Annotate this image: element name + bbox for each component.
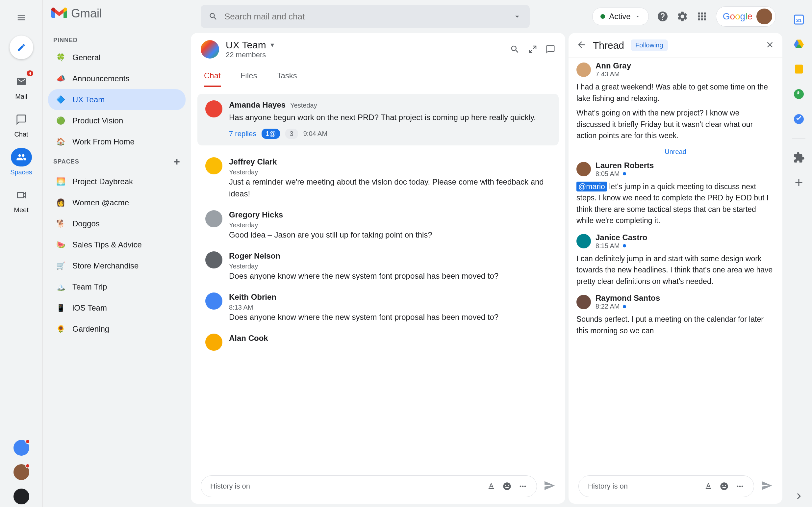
mention[interactable]: @mario [576, 182, 607, 191]
space-avatar [201, 40, 219, 59]
following-pill[interactable]: Following [631, 40, 668, 51]
circle-icon: 🟢 [55, 115, 66, 127]
account-button[interactable]: Google [716, 6, 776, 26]
collapse-icon[interactable] [528, 44, 538, 54]
gmail-logo[interactable]: Gmail [48, 7, 185, 20]
drive-icon[interactable] [793, 38, 805, 50]
sidebar-item-ios[interactable]: 📱iOS Team [48, 297, 185, 319]
space-title[interactable]: UX Team▼ [226, 40, 503, 51]
nav-meet-label: Meet [14, 206, 28, 214]
status-dot-icon [600, 14, 605, 19]
compose-input[interactable]: History is on [201, 475, 537, 497]
diamond-icon: 🔷 [55, 94, 66, 106]
menu-button[interactable] [13, 10, 29, 26]
thread-message[interactable]: Raymond Santos8:22 AM Sounds perfect. I … [576, 293, 774, 336]
calendar-icon[interactable]: 31 [793, 13, 805, 25]
sidebar-item-uxteam[interactable]: 🔷UX Team [48, 89, 185, 110]
sidebar-item-trip[interactable]: 🏔️Team Trip [48, 276, 185, 297]
space-members[interactable]: 22 members [226, 51, 503, 59]
emoji-icon[interactable] [719, 482, 729, 491]
contacts-icon[interactable] [793, 88, 805, 100]
message[interactable]: Alan Cook [197, 328, 559, 356]
thread-title: Thread [593, 40, 624, 51]
search-options-icon[interactable] [513, 12, 522, 21]
compose-placeholder: History is on [210, 482, 480, 491]
sidebar-item-announcements[interactable]: 📣Announcements [48, 68, 185, 89]
thread-message[interactable]: Ann Gray7:43 AM I had a great weekend! W… [576, 61, 774, 142]
avatar [576, 62, 591, 77]
mini-chat-1[interactable] [13, 440, 29, 456]
sidebar-item-general[interactable]: 🍀General [48, 47, 185, 68]
avatar [576, 295, 591, 309]
nav-mail[interactable]: 4 Mail [0, 69, 43, 104]
search-bar[interactable] [201, 5, 530, 28]
apps-icon[interactable] [696, 10, 708, 22]
nav-meet[interactable]: Meet [0, 183, 43, 217]
message[interactable]: Roger NelsonYesterdayDoes anyone know wh… [197, 246, 559, 287]
mini-chat-3[interactable] [13, 489, 29, 504]
addon-icon[interactable] [793, 152, 805, 164]
add-icon[interactable] [793, 177, 805, 188]
message[interactable]: Jeffrey ClarkYesterdayJust a reminder we… [197, 152, 559, 205]
status-button[interactable]: Active [592, 8, 648, 25]
tab-tasks[interactable]: Tasks [277, 66, 297, 87]
message-card[interactable]: Amanda HayesYesteday Has anyone begun wo… [197, 94, 559, 146]
sidebar-item-women[interactable]: 👩Women @acme [48, 192, 185, 213]
tab-chat[interactable]: Chat [204, 66, 221, 87]
cart-icon: 🛒 [55, 260, 66, 272]
megaphone-icon: 📣 [55, 73, 66, 84]
help-icon[interactable] [657, 10, 669, 22]
close-button[interactable] [765, 40, 774, 51]
search-icon[interactable] [510, 44, 520, 54]
dog-icon: 🐕 [55, 218, 66, 230]
send-button[interactable] [543, 480, 556, 493]
format-icon[interactable] [704, 482, 713, 491]
compose-button[interactable] [9, 36, 33, 59]
keep-icon[interactable] [793, 63, 805, 75]
more-icon[interactable] [518, 482, 527, 491]
tab-files[interactable]: Files [240, 66, 257, 87]
pinned-header: PINNED [48, 34, 185, 47]
avatar [576, 234, 591, 248]
back-button[interactable] [576, 40, 586, 51]
tasks-icon[interactable] [793, 113, 805, 125]
mail-badge: 4 [26, 70, 33, 76]
nav-chat[interactable]: Chat [0, 107, 43, 142]
sidebar-item-product-vision[interactable]: 🟢Product Vision [48, 110, 185, 131]
sidebar-item-daybreak[interactable]: 🌅Project Daybreak [48, 171, 185, 192]
emoji-icon[interactable] [503, 482, 512, 491]
sidebar-item-store[interactable]: 🛒Store Merchandise [48, 255, 185, 276]
google-text: Google [723, 11, 752, 22]
woman-icon: 👩 [55, 197, 66, 209]
collapse-rail-icon[interactable] [793, 495, 805, 507]
thread-compose-input[interactable]: History is on [578, 475, 754, 497]
thread-send-button[interactable] [761, 480, 772, 493]
thread-icon[interactable] [545, 44, 556, 54]
msg-author: Amanda Hayes [229, 100, 286, 110]
nav-spaces[interactable]: Spaces [0, 145, 43, 179]
unread-dot [623, 244, 626, 247]
spaces-header: SPACES+ [48, 152, 185, 171]
nav-mail-label: Mail [15, 93, 27, 100]
more-icon[interactable] [735, 482, 745, 491]
sidebar-item-sales[interactable]: 🍉Sales Tips & Advice [48, 234, 185, 255]
avatar [205, 210, 222, 227]
mini-chat-2[interactable] [13, 464, 29, 480]
message[interactable]: Keith Obrien8:13 AMDoes anyone know wher… [197, 287, 559, 328]
logo-text: Gmail [71, 7, 102, 20]
avatar [205, 334, 222, 351]
thread-message[interactable]: Janice Castro8:15 AM I can definitely ju… [576, 233, 774, 287]
chevron-down-icon [635, 13, 641, 19]
thread-message[interactable]: Lauren Roberts8:05 AM @mario let's jump … [576, 161, 774, 226]
sidebar-item-wfh[interactable]: 🏠Work From Home [48, 131, 185, 152]
add-space-button[interactable]: + [174, 156, 180, 168]
sidebar-item-gardening[interactable]: 🌻Gardening [48, 319, 185, 340]
search-icon [209, 12, 218, 21]
settings-icon[interactable] [677, 10, 688, 22]
replies-link[interactable]: 7 replies [229, 130, 256, 138]
format-icon[interactable] [486, 482, 496, 491]
sidebar-item-doggos[interactable]: 🐕Doggos [48, 213, 185, 234]
message[interactable]: Gregory HicksYesterdayGood idea – Jason … [197, 205, 559, 246]
melon-icon: 🍉 [55, 239, 66, 251]
search-input[interactable] [224, 11, 506, 22]
